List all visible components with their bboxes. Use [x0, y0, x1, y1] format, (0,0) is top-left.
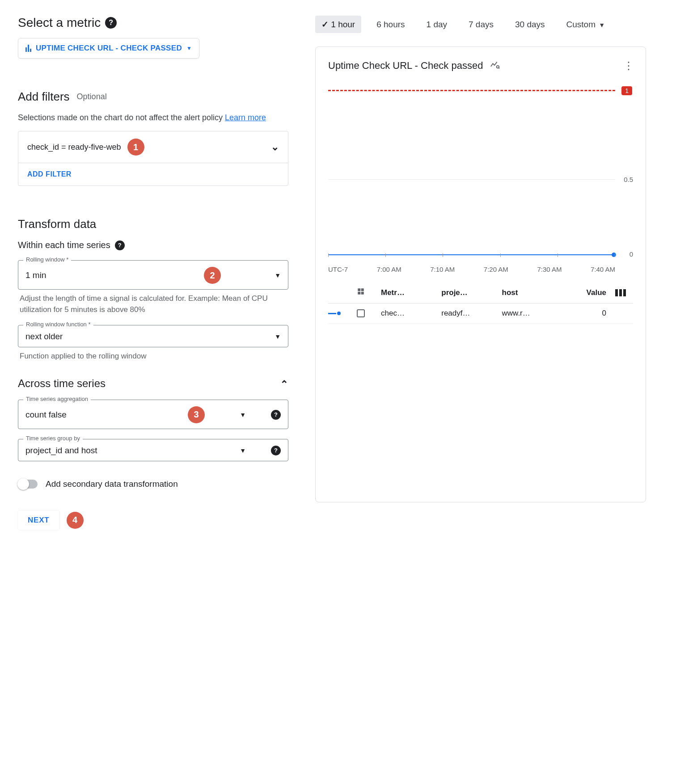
add-filter-button[interactable]: ADD FILTER — [18, 163, 288, 185]
x-tick: 7:30 AM — [537, 266, 562, 273]
transform-heading: Transform data — [18, 217, 288, 231]
x-tick: 7:10 AM — [430, 266, 455, 273]
tab-custom[interactable]: Custom ▼ — [560, 16, 612, 33]
tab-30days[interactable]: 30 days — [509, 16, 551, 33]
step-badge-3: 3 — [188, 406, 205, 423]
threshold-line — [328, 90, 615, 91]
tab-1day[interactable]: 1 day — [420, 16, 453, 33]
legend-table: Metr… proje… host Value chec… readyf… ww… — [328, 282, 633, 324]
x-axis-labels: UTC-7 7:00 AM 7:10 AM 7:20 AM 7:30 AM 7:… — [328, 266, 615, 273]
x-tick: 7:20 AM — [484, 266, 508, 273]
x-tick: 7:00 AM — [377, 266, 401, 273]
y-axis-tick: 0.5 — [624, 176, 633, 183]
caret-down-icon: ▼ — [275, 333, 281, 340]
rolling-fn-select[interactable]: next older ▼ — [18, 325, 288, 347]
caret-down-icon: ▼ — [240, 447, 246, 454]
aggregation-field: Time series aggregation count false 3 ▼ … — [18, 400, 288, 429]
svg-rect-2 — [358, 288, 360, 291]
metric-chip-label: UPTIME CHECK URL - CHECK PASSED — [36, 44, 182, 53]
cell-metric: chec… — [381, 309, 435, 318]
caret-down-icon: ▼ — [186, 45, 192, 51]
col-value[interactable]: Value — [573, 288, 609, 297]
step-badge-4: 4 — [67, 512, 84, 529]
aggregation-label: Time series aggregation — [23, 396, 91, 402]
chart-area: 1 0.5 0 UTC-7 7:00 AM 7:10 AM 7:20 AM 7:… — [328, 85, 633, 273]
filter-row[interactable]: check_id = ready-five-web 1 ⌄ — [18, 131, 288, 163]
col-metric[interactable]: Metr… — [381, 288, 435, 297]
next-button[interactable]: NEXT — [18, 510, 59, 530]
tab-7days[interactable]: 7 days — [462, 16, 500, 33]
svg-rect-3 — [361, 288, 364, 291]
series-swatch — [328, 312, 351, 315]
rolling-window-value: 1 min — [25, 270, 46, 280]
caret-down-icon: ▼ — [599, 21, 605, 29]
step-badge-2: 2 — [204, 267, 221, 284]
filter-text: check_id = ready-five-web — [27, 143, 121, 152]
across-title: Across time series — [18, 377, 106, 390]
filter-card: check_id = ready-five-web 1 ⌄ ADD FILTER — [18, 131, 288, 186]
tab-6hours[interactable]: 6 hours — [370, 16, 411, 33]
secondary-transform-label: Add secondary data transformation — [46, 479, 178, 489]
groupby-select[interactable]: project_id and host ▼ ? — [18, 439, 288, 461]
rolling-fn-value: next older — [25, 332, 63, 341]
optional-label: Optional — [77, 92, 107, 101]
cell-project: readyf… — [441, 309, 495, 318]
groupby-value: project_id and host — [25, 446, 97, 455]
col-project[interactable]: proje… — [441, 288, 495, 297]
groupby-field: Time series group by project_id and host… — [18, 439, 288, 461]
select-metric-title: Select a metric — [18, 16, 101, 30]
caret-down-icon: ▼ — [240, 411, 246, 418]
help-icon[interactable]: ? — [105, 17, 117, 29]
help-icon[interactable]: ? — [271, 446, 281, 455]
metric-chip[interactable]: UPTIME CHECK URL - CHECK PASSED ▼ — [18, 38, 199, 59]
aggregation-value: count false — [25, 410, 67, 420]
rolling-window-label: Rolling window * — [23, 256, 71, 263]
time-range-tabs: 1 hour 6 hours 1 day 7 days 30 days Cust… — [315, 16, 646, 33]
x-axis-ticks — [328, 253, 615, 257]
chart-title: Uptime Check URL - Check passed — [328, 60, 483, 72]
tab-1hour[interactable]: 1 hour — [315, 16, 361, 33]
chevron-down-icon[interactable]: ⌄ — [271, 141, 279, 153]
legend-header-row: Metr… proje… host Value — [328, 282, 633, 303]
dashboard-icon[interactable] — [357, 287, 375, 298]
add-filters-heading: Add filters Optional — [18, 90, 288, 104]
secondary-transform-row: Add secondary data transformation — [18, 479, 288, 489]
chevron-up-icon: ⌄ — [280, 378, 288, 389]
across-header[interactable]: Across time series ⌄ — [18, 377, 288, 390]
column-selector-icon[interactable] — [615, 289, 633, 296]
tab-custom-label: Custom — [566, 20, 596, 29]
svg-rect-5 — [361, 292, 364, 295]
legend-row[interactable]: chec… readyf… www.r… 0 — [328, 303, 633, 324]
filters-hint-text: Selections made on the chart do not affe… — [18, 113, 225, 122]
filters-hint: Selections made on the chart do not affe… — [18, 112, 288, 124]
col-host[interactable]: host — [502, 288, 567, 297]
help-icon[interactable]: ? — [271, 410, 281, 420]
rolling-fn-field: Rolling window function * next older ▼ — [18, 325, 288, 347]
rolling-window-helper: Adjust the length of time a signal is ca… — [20, 293, 287, 315]
rolling-window-field: Rolling window * 1 min 2 ▼ — [18, 260, 288, 290]
within-heading: Within each time series ? — [18, 240, 288, 250]
help-icon[interactable]: ? — [115, 240, 125, 250]
chart-card: Uptime Check URL - Check passed ⋮ 1 0.5 … — [315, 46, 646, 502]
learn-more-link[interactable]: Learn more — [225, 113, 266, 122]
tz-label: UTC-7 — [328, 266, 348, 273]
caret-down-icon: ▼ — [275, 272, 281, 279]
rolling-fn-helper: Function applied to the rolling window — [20, 351, 287, 362]
series-checkbox[interactable] — [357, 309, 365, 317]
secondary-transform-toggle[interactable] — [18, 480, 38, 489]
explore-icon[interactable] — [490, 60, 500, 72]
gridline — [328, 179, 615, 180]
select-metric-heading: Select a metric ? — [18, 16, 288, 30]
svg-line-1 — [499, 67, 500, 68]
cell-host: www.r… — [502, 309, 567, 318]
more-options-icon[interactable]: ⋮ — [623, 59, 633, 72]
cell-value: 0 — [573, 309, 609, 318]
aggregation-select[interactable]: count false 3 ▼ ? — [18, 400, 288, 429]
within-title: Within each time series — [18, 240, 110, 250]
rolling-window-select[interactable]: 1 min 2 ▼ — [18, 260, 288, 290]
x-tick: 7:40 AM — [591, 266, 615, 273]
add-filters-title: Add filters — [18, 90, 70, 104]
bar-chart-icon — [25, 45, 31, 52]
svg-rect-4 — [358, 292, 360, 295]
threshold-badge: 1 — [621, 86, 632, 95]
